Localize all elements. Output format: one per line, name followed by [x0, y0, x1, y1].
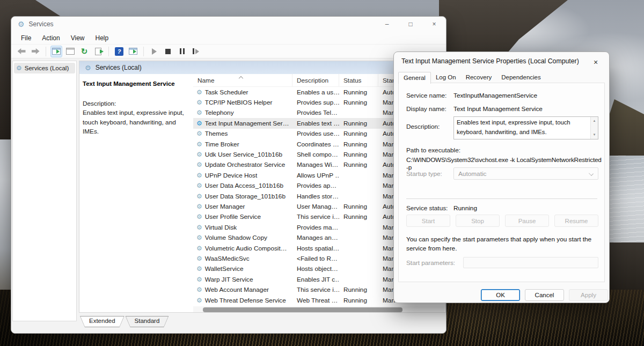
service-gear-icon: ⚙ — [196, 224, 202, 231]
service-gear-icon: ⚙ — [196, 89, 202, 96]
service-description: Handles stor… — [292, 193, 339, 200]
pause-service-button[interactable] — [176, 46, 188, 57]
startup-type-dropdown[interactable]: Automatic — [453, 167, 598, 180]
pause-button[interactable]: Pause — [505, 215, 549, 227]
tab-extended[interactable]: Extended — [80, 316, 125, 327]
start-parameters-label: Start parameters: — [406, 259, 455, 267]
export-list-icon — [95, 48, 101, 55]
start-service-button[interactable] — [148, 46, 160, 57]
start-parameters-input[interactable] — [463, 257, 598, 268]
cancel-button[interactable]: Cancel — [525, 289, 564, 301]
forward-button[interactable] — [30, 46, 41, 57]
close-button[interactable]: × — [422, 17, 446, 32]
service-name: UPnP Device Host — [205, 172, 257, 179]
stop-button[interactable]: Stop — [456, 215, 500, 227]
display-name-value: Text Input Management Service — [453, 105, 543, 113]
menu-action[interactable]: Action — [36, 34, 65, 42]
service-gear-icon: ⚙ — [196, 193, 202, 200]
view-tabs-bar: Extended Standard — [11, 315, 446, 334]
service-name-value: TextInputManagementService — [453, 92, 537, 99]
service-status: Running — [339, 297, 378, 304]
console-window-icon — [52, 48, 61, 55]
service-gear-icon: ⚙ — [196, 297, 202, 304]
restart-icon — [193, 48, 199, 54]
ok-button[interactable]: OK — [481, 289, 520, 301]
tree-item-services-local[interactable]: ⚙ Services (Local) — [14, 63, 75, 73]
extended-detail-panel: Text Input Management Service Descriptio… — [79, 74, 193, 304]
restart-service-button[interactable] — [190, 46, 202, 57]
service-description: Shell compo… — [292, 151, 339, 158]
window-title: Services — [29, 20, 54, 28]
description-text: Enables text input, expressive input, to… — [83, 108, 188, 137]
pane-header-gear-icon: ⚙ — [85, 64, 91, 72]
service-description: Enables a us… — [292, 89, 339, 96]
export-list-button[interactable] — [92, 46, 104, 57]
service-description: Provides Tel… — [292, 109, 339, 116]
service-name: User Data Storage_101b16b — [205, 193, 286, 200]
resume-button[interactable]: Resume — [554, 215, 598, 227]
service-name: WaaSMedicSvc — [205, 255, 250, 262]
stop-icon — [165, 49, 171, 54]
maximize-button[interactable]: □ — [399, 17, 422, 32]
menu-file[interactable]: File — [16, 34, 36, 42]
textarea-scrollbar[interactable]: ▲ ▼ — [590, 117, 598, 139]
help-icon: ? — [115, 47, 123, 56]
tab-extended-label: Extended — [80, 316, 124, 327]
title-bar[interactable]: ⚙ Services – □ × — [11, 17, 446, 32]
service-gear-icon: ⚙ — [196, 234, 202, 241]
service-description: Allows UPnP … — [292, 172, 339, 179]
service-name: Web Account Manager — [205, 286, 269, 293]
menu-view[interactable]: View — [65, 34, 90, 42]
service-gear-icon: ⚙ — [196, 130, 202, 137]
service-description: Enables JIT c… — [292, 276, 339, 283]
service-name: User Manager — [205, 203, 245, 210]
scroll-down-icon[interactable]: ▼ — [593, 132, 596, 137]
toolbar-separator — [108, 47, 109, 56]
new-window-button[interactable] — [127, 46, 139, 57]
refresh-button[interactable]: ↻ — [78, 46, 90, 57]
refresh-icon: ↻ — [81, 47, 88, 55]
menu-help[interactable]: Help — [90, 34, 114, 42]
service-description: Manages an… — [292, 234, 339, 241]
toolbar-separator — [46, 47, 46, 56]
service-name: Themes — [205, 130, 228, 137]
description-textarea[interactable]: Enables text input, expressive input, to… — [453, 116, 598, 139]
general-tab-page: Service name: TextInputManagementService… — [398, 83, 605, 282]
stop-service-button[interactable] — [162, 46, 174, 57]
horizontal-scrollbar[interactable] — [193, 306, 444, 313]
start-button[interactable]: Start — [406, 215, 450, 227]
column-header-description[interactable]: Description — [292, 74, 339, 86]
service-name: Task Scheduler — [205, 89, 248, 96]
back-button[interactable] — [16, 46, 27, 57]
scrollbar-thumb[interactable] — [203, 307, 402, 312]
sort-ascending-icon — [239, 76, 243, 79]
start-parameters-note: You can specify the start parameters tha… — [406, 235, 601, 253]
apply-button[interactable]: Apply — [569, 289, 608, 301]
service-name-label: Service name: — [406, 92, 447, 99]
tab-recovery[interactable]: Recovery — [461, 72, 497, 83]
show-console-tree-button[interactable] — [50, 46, 62, 57]
service-name: Warp JIT Service — [205, 276, 253, 283]
services-window: ⚙ Services – □ × File Action View Help ↻… — [11, 16, 447, 334]
service-status: Running — [339, 203, 378, 210]
help-button[interactable]: ? — [113, 46, 125, 57]
properties-button[interactable] — [64, 46, 76, 57]
tab-log-on[interactable]: Log On — [431, 72, 461, 83]
dialog-title: Text Input Management Service Properties… — [394, 52, 609, 65]
tab-standard[interactable]: Standard — [126, 316, 169, 327]
tab-dependencies[interactable]: Dependencies — [496, 72, 546, 83]
service-gear-icon: ⚙ — [196, 161, 202, 168]
properties-dialog: Text Input Management Service Properties… — [393, 51, 610, 303]
scroll-up-icon[interactable]: ▲ — [593, 119, 596, 123]
description-value: Enables text input, expressive input, to… — [457, 119, 570, 135]
service-status: Running — [339, 141, 378, 148]
service-status: Running — [339, 213, 378, 220]
minimize-button[interactable]: – — [375, 17, 399, 32]
back-arrow-icon — [18, 48, 26, 54]
selected-service-title: Text Input Management Service — [83, 80, 188, 87]
tab-general[interactable]: General — [398, 72, 431, 84]
dialog-description-label: Description: — [406, 123, 440, 130]
column-header-status[interactable]: Status — [339, 74, 378, 86]
dialog-close-button[interactable]: × — [589, 56, 603, 69]
service-gear-icon: ⚙ — [196, 286, 202, 293]
